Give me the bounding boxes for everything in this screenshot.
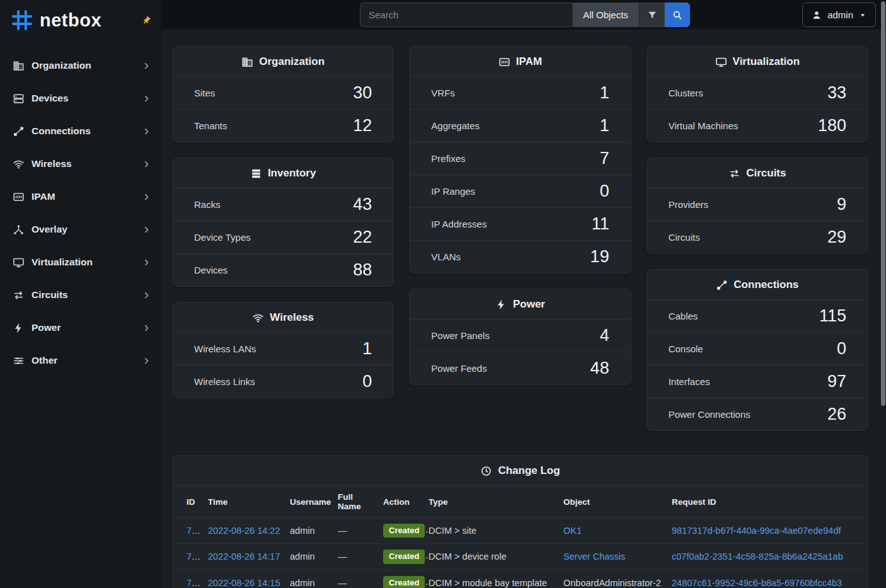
stat-row: Interfaces 97 xyxy=(647,365,868,398)
topbar: All Objects admin xyxy=(161,0,886,30)
sidebar-item-organization[interactable]: Organization › xyxy=(0,49,161,82)
stat-value[interactable]: 12 xyxy=(353,117,372,134)
chevron-right-icon: › xyxy=(144,222,149,236)
changelog-time-link[interactable]: 2022-08-26 14:17 xyxy=(208,551,280,562)
stat-label: Power Panels xyxy=(431,330,490,341)
changelog-time-link[interactable]: 2022-08-26 14:22 xyxy=(208,526,280,536)
stat-label: Clusters xyxy=(669,88,703,98)
user-menu-button[interactable]: admin xyxy=(802,3,876,27)
card-header: Organization xyxy=(173,47,393,76)
sidebar: netbox Organization › Devices › Connecti… xyxy=(0,0,161,588)
sidebar-item-connections[interactable]: Connections › xyxy=(0,115,161,147)
card-body: Power Panels 4 Power Feeds 48 xyxy=(410,319,630,384)
stat-value[interactable]: 26 xyxy=(827,406,846,423)
sidebar-item-label: Other xyxy=(32,355,144,366)
sidebar-item-label: Connections xyxy=(32,125,144,137)
stat-value[interactable]: 0 xyxy=(362,373,372,390)
scrollbar-thumb[interactable] xyxy=(881,1,885,406)
card-title: Wireless xyxy=(270,311,314,324)
sidebar-item-overlay[interactable]: Overlay › xyxy=(0,213,161,246)
stat-row: Power Connections 26 xyxy=(647,398,868,430)
chevron-right-icon: › xyxy=(144,190,149,204)
stat-value[interactable]: 1 xyxy=(600,84,609,101)
changelog-time-link[interactable]: 2022-08-26 14:15 xyxy=(208,578,280,588)
changelog-request-link[interactable]: 9817317d-b67f-440a-99ca-4ae07ede94df xyxy=(672,526,841,536)
stat-value[interactable]: 115 xyxy=(819,308,846,325)
changelog-request-link[interactable]: 24807c61-9952-49c6-b8a5-69760bfcc4b3 xyxy=(672,578,842,588)
transfer-icon xyxy=(728,168,740,180)
cable-icon xyxy=(716,279,728,291)
stat-row: VRFs 1 xyxy=(410,76,630,109)
object-type-button[interactable]: All Objects xyxy=(572,3,639,27)
changelog-object-cell: OK1 xyxy=(563,518,672,544)
sidebar-item-label: IPAM xyxy=(32,191,144,202)
stat-label: VLANs xyxy=(431,251,461,262)
sidebar-item-ipam[interactable]: IPAM › xyxy=(0,180,161,213)
building-icon xyxy=(13,60,25,72)
sidebar-item-label: Virtualization xyxy=(32,257,144,268)
sidebar-item-label: Organization xyxy=(32,60,144,71)
stat-row: IP Ranges 0 xyxy=(410,175,630,207)
sidebar-item-power[interactable]: Power › xyxy=(0,311,161,344)
chevron-right-icon: › xyxy=(144,157,149,171)
changelog-column-header: Object xyxy=(563,486,672,518)
changelog-row: 755 2022-08-26 14:22 admin — Created DCI… xyxy=(173,518,868,544)
stat-row: Clusters 33 xyxy=(647,76,868,109)
sidebar-item-virtualization[interactable]: Virtualization › xyxy=(0,246,161,279)
changelog-id-link[interactable]: 755 xyxy=(187,526,202,536)
wifi-icon xyxy=(252,312,264,324)
netbox-logo[interactable]: netbox xyxy=(0,0,161,40)
card-body: Wireless LANs 1 Wireless Links 0 xyxy=(173,332,393,398)
sidebar-item-wireless[interactable]: Wireless › xyxy=(0,147,161,180)
stat-row: Cables 115 xyxy=(647,299,868,332)
stat-value[interactable]: 0 xyxy=(600,183,609,200)
stat-row: Tenants 12 xyxy=(173,109,393,142)
pin-sidebar-icon[interactable] xyxy=(142,16,151,25)
stat-label: Cables xyxy=(669,311,698,321)
stat-value[interactable]: 30 xyxy=(353,84,372,101)
chevron-right-icon: › xyxy=(144,354,149,367)
stat-value[interactable]: 29 xyxy=(827,229,846,246)
sidebar-item-devices[interactable]: Devices › xyxy=(0,82,161,115)
card-header: Circuits xyxy=(647,158,868,188)
stat-value[interactable]: 22 xyxy=(353,229,372,246)
stat-value[interactable]: 9 xyxy=(837,196,846,213)
search-button[interactable] xyxy=(665,3,690,27)
stat-value[interactable]: 7 xyxy=(600,150,609,167)
card-header: Virtualization xyxy=(647,47,868,76)
sidebar-item-circuits[interactable]: Circuits › xyxy=(0,279,161,311)
stat-value[interactable]: 19 xyxy=(590,248,609,265)
stat-value[interactable]: 88 xyxy=(353,262,372,279)
stat-value[interactable]: 43 xyxy=(353,196,372,213)
changelog-id-link[interactable]: 754 xyxy=(187,551,202,562)
changelog-object-cell: OnboardAdministrator-2 xyxy=(563,570,672,588)
sidebar-nav: Organization › Devices › Connections › W… xyxy=(0,40,161,377)
stat-value[interactable]: 1 xyxy=(362,340,372,357)
stat-value[interactable]: 0 xyxy=(837,340,846,357)
card-circuits: Circuits Providers 9 Circuits 29 xyxy=(647,158,868,254)
stat-row: Wireless LANs 1 xyxy=(173,332,393,365)
card-body: VRFs 1 Aggregates 1 Prefixes 7 IP Ranges… xyxy=(410,76,630,273)
stat-value[interactable]: 48 xyxy=(590,360,609,377)
search-input[interactable] xyxy=(360,3,572,27)
card-body: Sites 30 Tenants 12 xyxy=(173,76,393,142)
search-bar: All Objects xyxy=(360,3,690,27)
changelog-object-link[interactable]: Server Chassis xyxy=(563,551,625,562)
changelog-object-link[interactable]: OK1 xyxy=(563,526,582,536)
stat-value[interactable]: 1 xyxy=(600,117,609,134)
sidebar-item-other[interactable]: Other › xyxy=(0,344,161,377)
changelog-request-link[interactable]: c07f0ab2-2351-4c58-825a-8b6a2425a1ab xyxy=(672,551,843,562)
sidebar-item-label: Overlay xyxy=(32,224,144,235)
card-body: Providers 9 Circuits 29 xyxy=(647,188,868,253)
filter-button[interactable] xyxy=(639,3,665,27)
stat-value[interactable]: 33 xyxy=(827,84,846,101)
stat-row: Power Feeds 48 xyxy=(410,352,630,384)
app: netbox Organization › Devices › Connecti… xyxy=(0,0,886,588)
stat-value[interactable]: 97 xyxy=(827,373,846,390)
stat-label: VRFs xyxy=(431,88,455,98)
stat-value[interactable]: 180 xyxy=(818,117,846,134)
stat-value[interactable]: 11 xyxy=(592,216,609,233)
changelog-id-link[interactable]: 753 xyxy=(187,578,202,588)
stack-icon xyxy=(250,168,262,180)
stat-value[interactable]: 4 xyxy=(600,327,609,344)
